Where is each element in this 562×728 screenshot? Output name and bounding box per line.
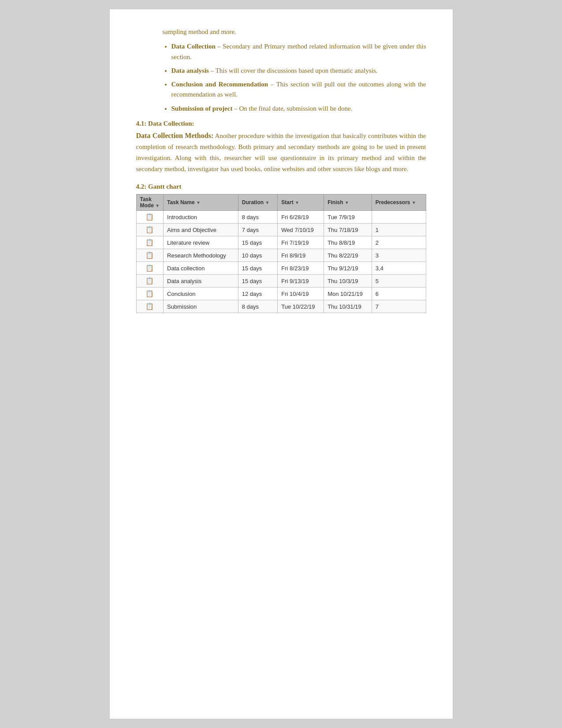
- data-collection-title: Data Collection Methods:: [136, 132, 214, 139]
- th-task-mode[interactable]: Task Mode ▼: [136, 194, 164, 211]
- task-name-cell: Data collection: [164, 262, 238, 275]
- task-name-cell: Literature review: [164, 236, 238, 249]
- gantt-table: Task Mode ▼ Task Name ▼ Duration ▼ Start: [136, 194, 426, 313]
- section-41-heading: 4.1: Data Collection:: [136, 120, 426, 127]
- task-name-cell: Conclusion: [164, 287, 238, 300]
- duration-cell: 8 days: [238, 211, 278, 224]
- gantt-header-row: Task Mode ▼ Task Name ▼ Duration ▼ Start: [136, 194, 426, 211]
- finish-cell: Mon 10/21/19: [324, 287, 372, 300]
- table-row: 📋Aims and Objective7 daysWed 7/10/19Thu …: [136, 224, 426, 236]
- task-mode-icon: 📋: [145, 264, 154, 272]
- finish-cell: Tue 7/9/19: [324, 211, 372, 224]
- bullet-label-3: Conclusion and Recommendation: [171, 81, 268, 88]
- list-item: Data analysis – This will cover the disc…: [171, 66, 426, 76]
- duration-cell: 8 days: [238, 300, 278, 313]
- task-mode-cell: 📋: [136, 236, 164, 249]
- task-mode-icon: 📋: [145, 302, 154, 310]
- th-duration[interactable]: Duration ▼: [238, 194, 278, 211]
- predecessors-cell: 3: [372, 249, 426, 262]
- predecessors-cell: 5: [372, 275, 426, 287]
- duration-cell: 15 days: [238, 262, 278, 275]
- task-mode-cell: 📋: [136, 211, 164, 224]
- start-cell: Tue 10/22/19: [278, 300, 324, 313]
- duration-cell: 15 days: [238, 275, 278, 287]
- list-item: Data Collection – Secondary and Primary …: [171, 41, 426, 62]
- task-mode-cell: 📋: [136, 224, 164, 236]
- table-row: 📋Submission8 daysTue 10/22/19Thu 10/31/1…: [136, 300, 426, 313]
- start-cell: Fri 9/13/19: [278, 275, 324, 287]
- finish-cell: Thu 10/3/19: [324, 275, 372, 287]
- list-item: Conclusion and Recommendation – This sec…: [171, 79, 426, 100]
- task-name-cell: Aims and Objective: [164, 224, 238, 236]
- task-name-cell: Submission: [164, 300, 238, 313]
- data-collection-paragraph: Data Collection Methods: Another procedu…: [136, 130, 426, 175]
- finish-cell: Thu 9/12/19: [324, 262, 372, 275]
- finish-cell: Thu 8/8/19: [324, 236, 372, 249]
- table-row: 📋Data collection15 daysFri 8/23/19Thu 9/…: [136, 262, 426, 275]
- task-name-cell: Research Methodology: [164, 249, 238, 262]
- th-start[interactable]: Start ▼: [278, 194, 324, 211]
- bullet-text-2: This will cover the discussions based up…: [216, 67, 378, 74]
- task-mode-icon: 📋: [145, 226, 154, 234]
- gantt-body: 📋Introduction8 daysFri 6/28/19Tue 7/9/19…: [136, 211, 426, 313]
- table-row: 📋Data analysis15 daysFri 9/13/19Thu 10/3…: [136, 275, 426, 287]
- start-cell: Fri 8/9/19: [278, 249, 324, 262]
- start-cell: Fri 10/4/19: [278, 287, 324, 300]
- duration-cell: 10 days: [238, 249, 278, 262]
- bullet-list: Data Collection – Secondary and Primary …: [171, 41, 426, 114]
- bullet-label-2: Data analysis: [171, 67, 209, 74]
- task-mode-icon: 📋: [145, 213, 154, 221]
- predecessors-cell: 6: [372, 287, 426, 300]
- task-mode-cell: 📋: [136, 287, 164, 300]
- table-row: 📋Introduction8 daysFri 6/28/19Tue 7/9/19: [136, 211, 426, 224]
- start-cell: Fri 6/28/19: [278, 211, 324, 224]
- bullet-text-4: On the final date, submission will be do…: [239, 105, 352, 112]
- predecessors-cell: [372, 211, 426, 224]
- th-finish[interactable]: Finish ▼: [324, 194, 372, 211]
- table-row: 📋Research Methodology10 daysFri 8/9/19Th…: [136, 249, 426, 262]
- bullet-label-1: Data Collection: [171, 43, 216, 50]
- start-cell: Fri 7/19/19: [278, 236, 324, 249]
- task-name-cell: Introduction: [164, 211, 238, 224]
- bullet-sep-4: –: [234, 105, 239, 112]
- table-row: 📋Conclusion12 daysFri 10/4/19Mon 10/21/1…: [136, 287, 426, 300]
- task-mode-icon: 📋: [145, 290, 154, 298]
- task-mode-cell: 📋: [136, 300, 164, 313]
- predecessors-cell: 1: [372, 224, 426, 236]
- page-content: sampling method and more. Data Collectio…: [109, 9, 453, 719]
- task-mode-cell: 📋: [136, 275, 164, 287]
- gantt-heading: 4.2: Gantt chart: [136, 183, 426, 190]
- predecessors-cell: 7: [372, 300, 426, 313]
- duration-cell: 12 days: [238, 287, 278, 300]
- finish-cell: Thu 7/18/19: [324, 224, 372, 236]
- bullet-sep-1: –: [217, 43, 223, 50]
- task-name-cell: Data analysis: [164, 275, 238, 287]
- table-row: 📋Literature review15 daysFri 7/19/19Thu …: [136, 236, 426, 249]
- task-mode-cell: 📋: [136, 262, 164, 275]
- task-mode-cell: 📋: [136, 249, 164, 262]
- start-cell: Wed 7/10/19: [278, 224, 324, 236]
- predecessors-cell: 3,4: [372, 262, 426, 275]
- predecessors-cell: 2: [372, 236, 426, 249]
- task-mode-icon: 📋: [145, 277, 154, 285]
- start-cell: Fri 8/23/19: [278, 262, 324, 275]
- task-mode-icon: 📋: [145, 239, 154, 246]
- gantt-section: 4.2: Gantt chart Task Mode ▼ Task Name ▼…: [136, 183, 426, 313]
- intro-paragraph: sampling method and more.: [136, 27, 426, 37]
- task-mode-icon: 📋: [145, 251, 154, 259]
- bullet-sep-2: –: [211, 67, 216, 74]
- duration-cell: 15 days: [238, 236, 278, 249]
- bullet-sep-3: –: [271, 81, 276, 88]
- finish-cell: Thu 10/31/19: [324, 300, 372, 313]
- duration-cell: 7 days: [238, 224, 278, 236]
- finish-cell: Thu 8/22/19: [324, 249, 372, 262]
- bullet-label-4: Submission of project: [171, 105, 233, 112]
- list-item: Submission of project – On the final dat…: [171, 104, 426, 114]
- th-task-name[interactable]: Task Name ▼: [164, 194, 238, 211]
- intro-text: sampling method and more.: [163, 28, 236, 35]
- th-predecessors[interactable]: Predecessors ▼: [372, 194, 426, 211]
